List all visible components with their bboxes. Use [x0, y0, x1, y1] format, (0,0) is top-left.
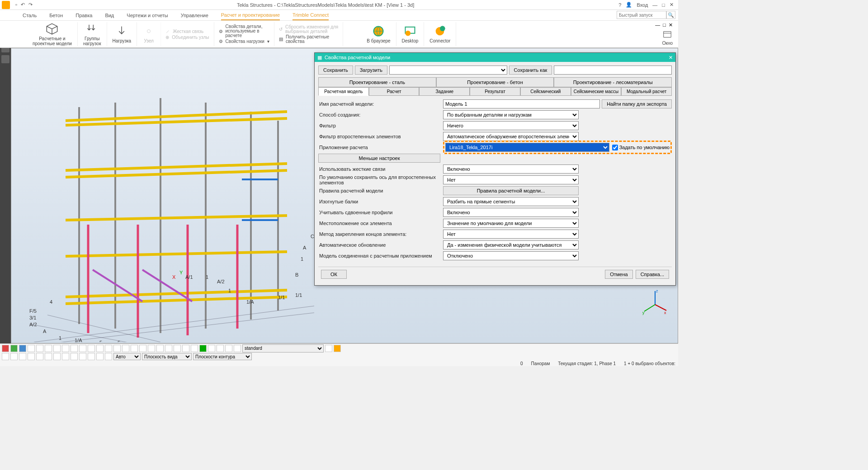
user-icon[interactable]: 👤	[626, 2, 632, 8]
save-as-button[interactable]: Сохранить как	[509, 66, 552, 75]
preset-select[interactable]	[389, 66, 507, 75]
menu-drawings[interactable]: Чертежи и отчеты	[127, 11, 168, 20]
load-button[interactable]: Загрузить	[355, 66, 387, 75]
tab-seismic[interactable]: Сейсмический	[520, 87, 571, 96]
minimize-icon[interactable]: —	[652, 2, 657, 8]
set-default-checkbox[interactable]: Задать по умолчанию	[612, 145, 670, 150]
snap-icon[interactable]	[88, 353, 95, 360]
menu-manage[interactable]: Управление	[181, 11, 208, 20]
cancel-button[interactable]: Отмена	[605, 270, 632, 279]
tool-icon[interactable]	[36, 345, 43, 352]
contour-plane-select[interactable]: Плоскости контура	[193, 353, 252, 360]
ok-button[interactable]: ОК	[321, 270, 347, 279]
calc-app-select[interactable]: Lira18_Tekla_2017i	[445, 143, 609, 152]
tab-calc[interactable]: Расчет	[369, 87, 420, 96]
model-name-input[interactable]	[443, 99, 600, 108]
view-max-icon[interactable]: □	[663, 22, 666, 28]
tool-icon[interactable]	[165, 345, 172, 352]
tool-icon[interactable]	[19, 345, 26, 352]
menu-view[interactable]: Вид	[105, 11, 114, 20]
snap-icon[interactable]	[79, 353, 86, 360]
snap-icon[interactable]	[96, 353, 104, 360]
rb-node[interactable]: Узел	[137, 22, 161, 46]
tab-result[interactable]: Результат	[470, 87, 520, 96]
tool-icon[interactable]	[71, 345, 78, 352]
quick-launch-input[interactable]	[617, 11, 666, 19]
sec-filter-select[interactable]: Автоматическое обнаружение второстепенны…	[443, 132, 579, 141]
rb-connector[interactable]: Connector	[424, 22, 456, 46]
standard-select[interactable]: standard	[242, 344, 324, 352]
menu-analysis[interactable]: Расчет и проектирование	[221, 10, 280, 20]
tool-icon[interactable]	[88, 345, 95, 352]
tool-icon[interactable]	[182, 345, 189, 352]
creation-select[interactable]: По выбранным деталям и нагрузкам	[443, 110, 579, 119]
rb-part-props[interactable]: ⚙Свойства детали, используемые в расчете	[219, 24, 269, 38]
snap-icon[interactable]	[10, 353, 18, 360]
view-min-icon[interactable]: —	[655, 22, 660, 28]
keep-axis-select[interactable]: Нет	[443, 175, 579, 184]
end-fix-select[interactable]: Нет	[443, 230, 579, 239]
less-settings-button[interactable]: Меньше настроек	[318, 154, 440, 163]
tool-icon[interactable]	[225, 345, 232, 352]
menu-edit[interactable]: Правка	[75, 11, 92, 20]
tool-icon[interactable]	[45, 345, 52, 352]
tool-icon[interactable]	[139, 345, 146, 352]
snap-icon[interactable]	[36, 353, 43, 360]
login-label[interactable]: Вход	[637, 2, 648, 8]
tool-icon[interactable]	[96, 345, 104, 352]
tool-icon[interactable]	[62, 345, 69, 352]
tab-design-timber[interactable]: Проектирование - лесоматериалы	[554, 77, 672, 87]
menu-concrete[interactable]: Бетон	[49, 11, 63, 20]
save-button[interactable]: Сохранить	[318, 66, 353, 75]
side-tool-4[interactable]	[1, 55, 9, 63]
search-icon[interactable]: 🔍	[666, 11, 675, 19]
rigid-select[interactable]: Включено	[443, 164, 579, 174]
tool-icon[interactable]	[199, 345, 207, 352]
axis-loc-select[interactable]: Значение по умолчанию для модели	[443, 219, 579, 228]
menu-trimble[interactable]: Trimble Connect	[292, 10, 329, 20]
save-icon[interactable]: ▫	[15, 2, 17, 8]
tab-model[interactable]: Расчетная модель	[318, 87, 369, 96]
tab-task[interactable]: Задание	[419, 87, 470, 96]
rb-load-props[interactable]: ⚙Свойства нагрузки▾	[219, 38, 269, 44]
rb-get-props[interactable]: ▤Получить расчетные свойства	[279, 34, 338, 44]
tool-icon[interactable]	[148, 345, 155, 352]
tool-icon[interactable]	[122, 345, 129, 352]
undo-icon[interactable]: ↶	[21, 2, 25, 8]
tool-icon[interactable]	[156, 345, 164, 352]
tab-design-steel[interactable]: Проектирование - сталь	[318, 77, 436, 87]
rb-browser[interactable]: В браузере	[361, 22, 396, 46]
rb-load[interactable]: Нагрузка	[107, 22, 137, 46]
snap-icon[interactable]	[28, 353, 35, 360]
snap-icon[interactable]	[53, 353, 61, 360]
tool-icon[interactable]	[234, 345, 241, 352]
tool-icon[interactable]	[191, 345, 198, 352]
redo-icon[interactable]: ↷	[28, 2, 33, 8]
tab-design-concrete[interactable]: Проектирование - бетон	[436, 77, 554, 87]
dialog-title-bar[interactable]: ▦ Свойства расчетной модели ✕	[315, 53, 675, 62]
tool-icon[interactable]	[334, 345, 341, 352]
rb-window[interactable]: Окно	[662, 30, 673, 46]
help-icon[interactable]: ?	[618, 2, 621, 8]
snap-icon[interactable]	[105, 353, 112, 360]
snap-icon[interactable]	[71, 353, 78, 360]
tab-seismic-mass[interactable]: Сейсмические массы	[571, 87, 622, 96]
tool-icon[interactable]	[113, 345, 121, 352]
tool-icon[interactable]	[325, 345, 332, 352]
maximize-icon[interactable]: □	[662, 2, 665, 8]
filter-select[interactable]: Ничего	[443, 121, 579, 130]
save-as-input[interactable]	[554, 66, 672, 75]
rb-load-groups[interactable]: Группы нагрузок	[78, 22, 107, 46]
tab-modal[interactable]: Модальный расчет	[621, 87, 672, 96]
tool-icon[interactable]	[217, 345, 224, 352]
help-button[interactable]: Справка...	[636, 270, 669, 279]
rules-button[interactable]: Правила расчетной модели...	[443, 186, 579, 195]
connected-select[interactable]: Отключено	[443, 251, 579, 260]
view-plane-select[interactable]: Плоскость вида	[142, 353, 192, 360]
auto-upd-select[interactable]: Да - изменения физической модели учитыва…	[443, 240, 579, 249]
snap-icon[interactable]	[45, 353, 52, 360]
tool-icon[interactable]	[174, 345, 181, 352]
tool-icon[interactable]	[2, 345, 9, 352]
close-icon[interactable]: ✕	[670, 2, 674, 8]
tool-icon[interactable]	[131, 345, 138, 352]
